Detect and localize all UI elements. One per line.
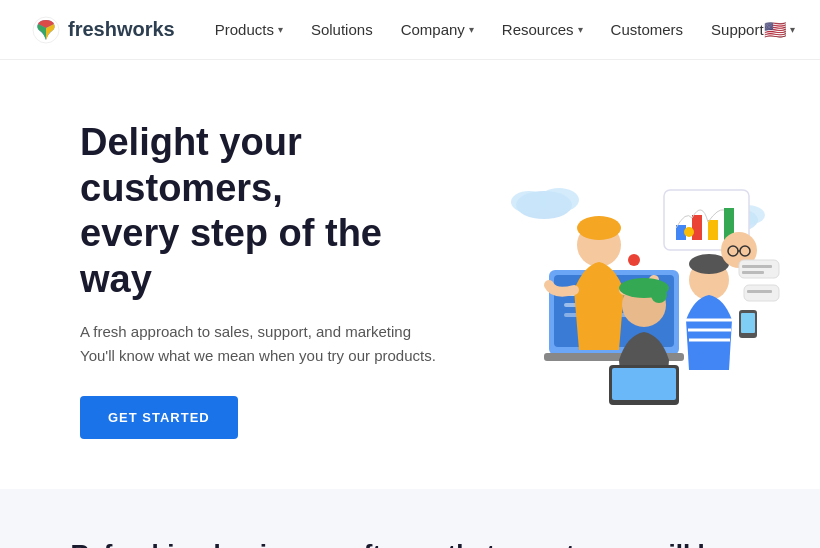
svg-rect-36 — [739, 260, 779, 278]
nav-menu: Products ▾ Solutions Company ▾ Resources… — [215, 21, 764, 38]
hero-image — [444, 150, 784, 410]
nav-solutions[interactable]: Solutions — [311, 21, 373, 38]
svg-rect-9 — [692, 215, 702, 240]
logo-icon — [32, 16, 60, 44]
logo[interactable]: freshworks — [32, 16, 175, 44]
chevron-down-icon: ▾ — [578, 24, 583, 35]
chevron-down-icon: ▾ — [790, 24, 795, 35]
hero-section: Delight your customers, every step of th… — [0, 60, 820, 489]
svg-rect-37 — [742, 265, 772, 268]
svg-point-35 — [684, 227, 694, 237]
flag-icon: 🇺🇸 — [764, 19, 786, 41]
navbar: freshworks Products ▾ Solutions Company … — [0, 0, 820, 60]
hero-illustration — [440, 140, 788, 420]
svg-rect-38 — [742, 271, 764, 274]
svg-point-33 — [628, 254, 640, 266]
hero-subtitle: A fresh approach to sales, support, and … — [80, 320, 440, 368]
nav-company[interactable]: Company ▾ — [401, 21, 474, 38]
svg-point-3 — [511, 191, 547, 213]
svg-rect-40 — [747, 290, 772, 293]
chevron-down-icon: ▾ — [278, 24, 283, 35]
nav-resources[interactable]: Resources ▾ — [502, 21, 583, 38]
nav-support[interactable]: Support — [711, 21, 764, 38]
navbar-right: 🇺🇸 ▾ — [764, 19, 795, 41]
get-started-button[interactable]: GET STARTED — [80, 396, 238, 439]
chevron-down-icon: ▾ — [469, 24, 474, 35]
svg-point-34 — [651, 287, 667, 303]
svg-rect-28 — [612, 368, 676, 400]
hero-title: Delight your customers, every step of th… — [80, 120, 440, 302]
tagline-section: Refreshing business software that your t… — [0, 489, 820, 548]
hero-content: Delight your customers, every step of th… — [80, 120, 440, 439]
svg-rect-10 — [708, 220, 718, 240]
nav-customers[interactable]: Customers — [611, 21, 684, 38]
svg-rect-23 — [741, 313, 755, 333]
nav-products[interactable]: Products ▾ — [215, 21, 283, 38]
svg-point-19 — [577, 216, 621, 240]
tagline-title: Refreshing business software that your t… — [32, 539, 788, 548]
logo-text: freshworks — [68, 18, 175, 41]
language-selector[interactable]: 🇺🇸 ▾ — [764, 19, 795, 41]
